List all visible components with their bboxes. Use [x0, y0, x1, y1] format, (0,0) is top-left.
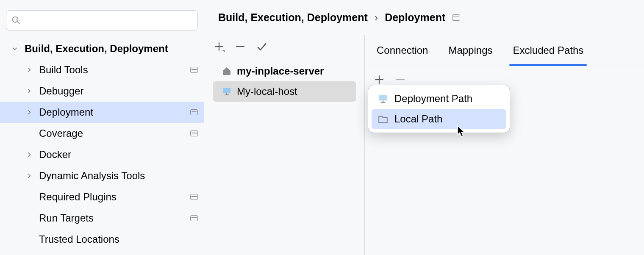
tree-item-label: Debugger [39, 85, 198, 97]
tree-item-dynamic-analysis-tools[interactable]: Dynamic Analysis Tools [0, 165, 204, 186]
tree-item-label: Build Tools [39, 64, 190, 76]
chevron-right-icon [25, 108, 33, 116]
popup-item-label: Deployment Path [394, 93, 472, 105]
server-icon [222, 86, 232, 97]
tree-item-docker[interactable]: Docker [0, 144, 204, 165]
add-path-popup: Deployment PathLocal Path [368, 85, 510, 133]
tree-item-label: Trusted Locations [39, 233, 198, 245]
tree-item-trusted-locations[interactable]: Trusted Locations [0, 229, 204, 250]
breadcrumb: Build, Execution, Deployment › Deploymen… [205, 0, 644, 35]
set-default-button[interactable] [255, 41, 267, 53]
tree-item-label: Coverage [39, 128, 190, 139]
tab-connection[interactable]: Connection [377, 35, 428, 66]
tree-item-label: Dynamic Analysis Tools [39, 170, 198, 182]
search-box[interactable] [6, 10, 198, 30]
settings-sidebar: Build, Execution, Deployment Build Tools… [0, 0, 204, 255]
folder-icon [378, 114, 389, 125]
project-scope-badge-icon [190, 215, 198, 221]
server-label: my-inplace-server [237, 65, 324, 77]
project-scope-badge-icon [452, 14, 460, 21]
tree-item-run-targets[interactable]: Run Targets [0, 208, 204, 229]
plus-icon [214, 41, 225, 52]
chevron-right-icon [25, 172, 33, 180]
checkmark-icon [256, 41, 267, 52]
svg-point-0 [13, 17, 18, 22]
server-item[interactable]: My-local-host [213, 81, 356, 102]
popup-item-local-path[interactable]: Local Path [372, 109, 506, 129]
svg-rect-5 [223, 88, 230, 93]
project-scope-badge-icon [190, 109, 198, 115]
project-scope-badge-icon [190, 130, 198, 136]
project-scope-badge-icon [190, 194, 198, 200]
breadcrumb-separator: › [375, 11, 378, 24]
tab-mappings[interactable]: Mappings [448, 35, 492, 66]
chevron-right-icon [25, 87, 33, 95]
servers-pane: my-inplace-serverMy-local-host [205, 35, 365, 255]
tree-item-label: Run Targets [39, 212, 190, 224]
server-folder-icon [378, 93, 389, 104]
tree-item-coverage[interactable]: Coverage [0, 123, 204, 144]
tree-item-build-tools[interactable]: Build Tools [0, 59, 204, 80]
minus-icon [395, 74, 406, 85]
chevron-right-icon [25, 66, 33, 74]
search-icon [11, 16, 21, 25]
add-server-button[interactable] [213, 41, 225, 53]
server-list: my-inplace-serverMy-local-host [205, 58, 364, 104]
plus-icon [374, 74, 385, 85]
tree-item-deployment[interactable]: Deployment [0, 102, 204, 123]
tree-item-label: Docker [39, 149, 198, 161]
deployment-tabs: ConnectionMappingsExcluded Paths [365, 35, 644, 66]
servers-toolbar [205, 35, 364, 58]
svg-line-1 [17, 22, 20, 24]
tree-root[interactable]: Build, Execution, Deployment [0, 38, 204, 59]
breadcrumb-parent[interactable]: Build, Execution, Deployment [218, 11, 368, 24]
minus-icon [235, 41, 246, 52]
tree-item-debugger[interactable]: Debugger [0, 80, 204, 102]
tree-item-label: Required Plugins [39, 191, 190, 203]
tree-item-required-plugins[interactable]: Required Plugins [0, 186, 204, 208]
popup-item-label: Local Path [394, 113, 442, 125]
search-input[interactable] [21, 15, 192, 26]
breadcrumb-current: Deployment [385, 11, 445, 24]
server-label: My-local-host [237, 86, 297, 97]
chevron-right-icon [25, 151, 33, 158]
server-item[interactable]: my-inplace-server [213, 61, 356, 81]
deployment-config-pane: ConnectionMappingsExcluded Paths [365, 35, 644, 255]
chevron-down-icon [11, 45, 19, 53]
remove-excluded-path-button[interactable] [394, 74, 406, 86]
popup-item-deployment-path[interactable]: Deployment Path [372, 89, 506, 109]
add-excluded-path-button[interactable] [373, 74, 385, 86]
project-scope-badge-icon [190, 67, 198, 73]
remove-server-button[interactable] [234, 41, 246, 53]
tree-root-label: Build, Execution, Deployment [25, 43, 198, 55]
tree-item-label: Deployment [39, 106, 190, 118]
tab-excluded-paths[interactable]: Excluded Paths [513, 35, 583, 66]
home-icon [222, 66, 232, 76]
svg-rect-11 [379, 95, 387, 100]
